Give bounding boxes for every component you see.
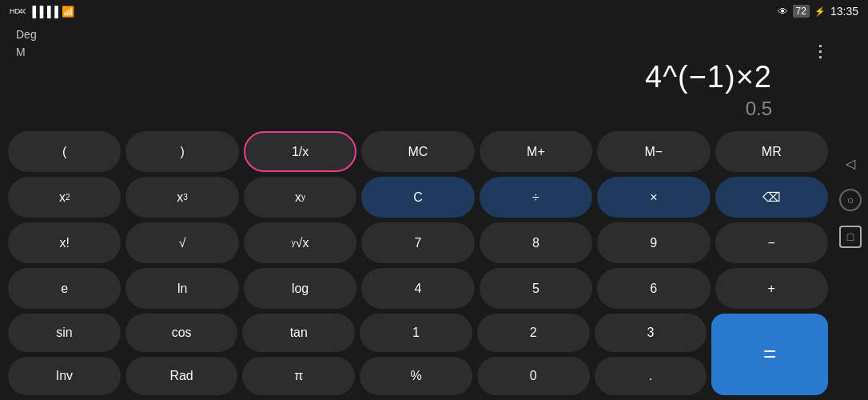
side-nav: ◁ ○ □ xyxy=(839,152,862,248)
eight-button[interactable]: 8 xyxy=(480,222,592,263)
one-button[interactable]: 1 xyxy=(360,314,472,352)
menu-dots[interactable]: ⋮ xyxy=(812,42,830,61)
mc-button[interactable]: MC xyxy=(361,131,474,172)
status-left: HD 4G ▐▐▐▐ 📶 xyxy=(10,4,74,19)
divide-button[interactable]: ÷ xyxy=(480,177,592,218)
home-button[interactable]: ○ xyxy=(839,189,862,211)
cos-button[interactable]: cos xyxy=(125,314,238,352)
row-2: x2 x3 xy C ÷ × ⌫ xyxy=(8,177,828,218)
three-button[interactable]: 3 xyxy=(595,314,707,352)
seven-button[interactable]: 7 xyxy=(361,222,474,263)
result-display: 0.5 xyxy=(16,98,788,120)
clear-button[interactable]: C xyxy=(361,177,474,218)
paren-open-button[interactable]: ( xyxy=(8,131,121,172)
keyboard: ( ) 1/x MC M+ M− MR x2 x3 xy C ÷ × ⌫ x! … xyxy=(0,126,836,400)
minus-button[interactable]: − xyxy=(715,222,828,263)
four-button[interactable]: 4 xyxy=(361,268,474,309)
equals-button[interactable]: = xyxy=(711,314,828,395)
plus-button[interactable]: + xyxy=(715,268,828,309)
ln-button[interactable]: ln xyxy=(125,268,238,309)
row-5-6-container: sin cos tan 1 2 3 Inv Rad π % 0 . = xyxy=(8,314,828,395)
paren-close-button[interactable]: ) xyxy=(125,131,238,172)
row-5: sin cos tan 1 2 3 xyxy=(8,314,707,352)
wifi-icon: 📶 xyxy=(62,6,74,18)
multiply-button[interactable]: × xyxy=(597,177,710,218)
mminus-button[interactable]: M− xyxy=(597,131,710,172)
expression-display: 4^(−1)×2 xyxy=(16,60,788,94)
signal-bars: ▐▐▐▐ xyxy=(29,6,58,18)
two-button[interactable]: 2 xyxy=(477,314,590,352)
pi-button[interactable]: π xyxy=(242,357,355,395)
row-3: x! √ y√x 7 8 9 − xyxy=(8,222,828,263)
display-area: 4^(−1)×2 0.5 xyxy=(0,22,836,126)
decimal-button[interactable]: . xyxy=(595,357,707,395)
nine-button[interactable]: 9 xyxy=(597,222,710,263)
five-button[interactable]: 5 xyxy=(480,268,592,309)
reciprocal-button[interactable]: 1/x xyxy=(244,131,356,172)
inv-button[interactable]: Inv xyxy=(8,357,121,395)
nth-root-button[interactable]: y√x xyxy=(244,222,356,263)
backspace-button[interactable]: ⌫ xyxy=(715,177,828,218)
eye-icon: 👁 xyxy=(778,6,788,18)
back-button[interactable]: ◁ xyxy=(839,152,862,174)
row-4: e ln log 4 5 6 + xyxy=(8,268,828,309)
six-button[interactable]: 6 xyxy=(597,268,710,309)
bolt-icon: ⚡ xyxy=(814,6,826,17)
time-display: 13:35 xyxy=(830,5,858,18)
row-6: Inv Rad π % 0 . xyxy=(8,357,707,395)
status-right: 👁 72 ⚡ 13:35 xyxy=(778,5,858,18)
euler-button[interactable]: e xyxy=(8,268,121,309)
sin-button[interactable]: sin xyxy=(8,314,121,352)
mplus-button[interactable]: M+ xyxy=(480,131,592,172)
network-icon: HD 4G xyxy=(10,4,26,19)
svg-text:4G: 4G xyxy=(19,7,26,15)
battery-level: 72 xyxy=(793,5,810,18)
factorial-button[interactable]: x! xyxy=(8,222,121,263)
power-button[interactable]: xy xyxy=(244,177,356,218)
tan-button[interactable]: tan xyxy=(242,314,355,352)
recent-button[interactable]: □ xyxy=(839,226,862,248)
mr-button[interactable]: MR xyxy=(715,131,828,172)
row-1: ( ) 1/x MC M+ M− MR xyxy=(8,131,828,172)
rad-button[interactable]: Rad xyxy=(125,357,238,395)
sqrt-button[interactable]: √ xyxy=(125,222,238,263)
status-bar: HD 4G ▐▐▐▐ 📶 👁 72 ⚡ 13:35 xyxy=(0,0,868,22)
log-button[interactable]: log xyxy=(244,268,356,309)
zero-button[interactable]: 0 xyxy=(477,357,590,395)
percent-button[interactable]: % xyxy=(360,357,472,395)
square-button[interactable]: x2 xyxy=(8,177,121,218)
cube-button[interactable]: x3 xyxy=(125,177,238,218)
